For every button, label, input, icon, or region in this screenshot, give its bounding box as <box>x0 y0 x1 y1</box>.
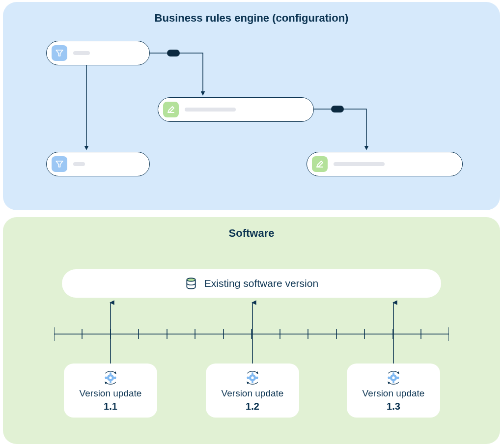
version-card-1: Version update 1.1 <box>64 364 157 418</box>
svg-rect-24 <box>110 372 112 374</box>
placeholder <box>334 162 385 166</box>
svg-rect-35 <box>252 381 253 383</box>
placeholder <box>185 108 236 112</box>
gear-refresh-icon <box>102 369 119 386</box>
version-card-3: Version update 1.3 <box>347 364 440 418</box>
version-number: 1.3 <box>387 401 400 412</box>
svg-marker-0 <box>56 50 63 56</box>
version-number: 1.1 <box>104 401 117 412</box>
svg-rect-25 <box>110 381 112 383</box>
version-card-2: Version update 1.2 <box>206 364 299 418</box>
rules-engine-title: Business rules engine (configuration) <box>3 2 500 25</box>
version-number: 1.2 <box>246 401 259 412</box>
version-card-label: Version update <box>80 388 142 399</box>
version-card-label: Version update <box>222 388 284 399</box>
existing-software-label: Existing software version <box>204 278 318 289</box>
rule-node-edit-2 <box>307 152 463 176</box>
gear-refresh-icon <box>385 369 402 386</box>
database-icon <box>185 277 197 290</box>
svg-rect-44 <box>392 372 394 374</box>
svg-point-43 <box>392 376 394 379</box>
edit-icon <box>312 156 328 172</box>
gear-refresh-icon <box>244 369 261 386</box>
software-title: Software <box>3 217 500 240</box>
svg-marker-1 <box>56 161 63 167</box>
timeline-axis <box>54 327 449 342</box>
svg-rect-45 <box>392 381 394 383</box>
svg-point-33 <box>251 376 253 379</box>
connector-pill <box>167 50 180 56</box>
edit-icon <box>163 102 179 117</box>
connector-pill <box>331 106 344 112</box>
svg-rect-34 <box>252 372 253 374</box>
rule-node-edit-1 <box>158 97 314 122</box>
filter-icon <box>52 45 67 61</box>
rule-node-filter-1 <box>46 41 150 65</box>
rule-node-filter-2 <box>46 152 150 176</box>
placeholder <box>73 162 85 166</box>
svg-point-23 <box>109 376 112 379</box>
existing-software-bar: Existing software version <box>62 269 441 298</box>
software-panel: Software Existing software version <box>3 217 500 444</box>
rules-engine-panel: Business rules engine (configuration) <box>3 2 500 210</box>
filter-icon <box>52 156 67 172</box>
placeholder <box>73 51 90 55</box>
version-card-label: Version update <box>363 388 425 399</box>
svg-point-2 <box>187 278 195 281</box>
